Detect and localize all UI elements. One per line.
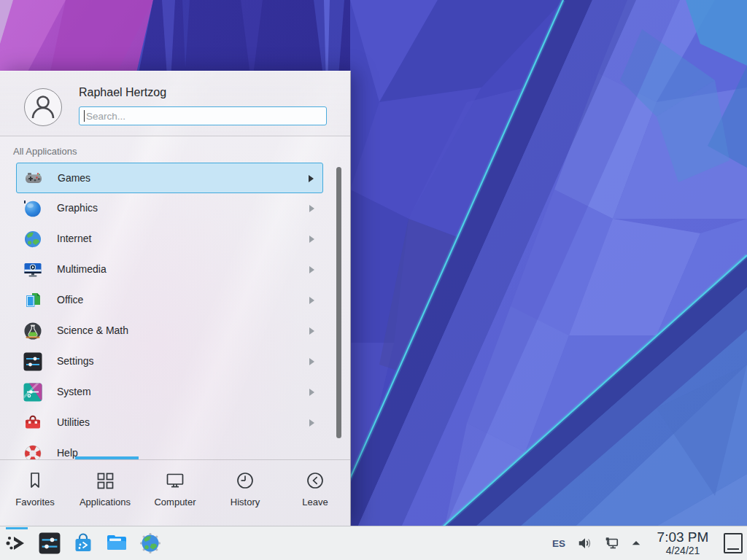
category-row-science[interactable]: Science & Math <box>16 316 323 346</box>
launcher-active-indicator <box>6 527 28 529</box>
category-label: Settings <box>57 355 94 367</box>
application-launcher-button[interactable] <box>4 532 28 555</box>
submenu-arrow-icon <box>309 175 314 182</box>
application-launcher-panel: Raphael Hertzog All Applications Games <box>0 71 351 526</box>
category-row-games[interactable]: Games <box>16 163 323 193</box>
expand-tray-icon[interactable] <box>630 535 643 551</box>
launcher-tab-bar: Favorites Applications Computer <box>0 460 350 526</box>
globe-icon <box>23 230 42 249</box>
submenu-arrow-icon <box>309 327 314 335</box>
category-label: Office <box>57 294 83 306</box>
system-tray: ES 7:03 PM 4/24/21 <box>546 526 743 560</box>
category-label: Internet <box>57 233 91 244</box>
category-label: Utilities <box>57 416 90 428</box>
toolbox-icon <box>23 413 42 432</box>
gamepad-icon <box>24 169 43 188</box>
leave-icon <box>304 470 326 491</box>
category-label: Multimedia <box>57 263 107 275</box>
search-field[interactable] <box>79 106 327 125</box>
system-settings-icon <box>39 532 61 554</box>
submenu-arrow-icon <box>309 389 314 396</box>
sphere-icon <box>23 199 42 218</box>
clock-date: 4/24/21 <box>651 545 715 556</box>
web-browser-icon <box>139 532 162 555</box>
submenu-arrow-icon <box>309 297 314 304</box>
taskbar-pinned-apps <box>4 526 172 560</box>
search-input[interactable] <box>80 107 326 125</box>
tab-label: History <box>231 497 260 508</box>
flask-icon <box>23 322 42 341</box>
category-label: Graphics <box>57 202 98 214</box>
submenu-arrow-icon <box>309 419 314 427</box>
show-desktop-glyph <box>727 548 739 550</box>
documents-icon <box>23 291 42 310</box>
tab-label: Computer <box>154 497 196 508</box>
tab-favorites[interactable]: Favorites <box>0 460 70 526</box>
submenu-arrow-icon <box>309 205 314 212</box>
section-label: All Applications <box>13 146 77 157</box>
computer-icon <box>164 470 186 491</box>
show-desktop-button[interactable] <box>724 533 743 553</box>
volume-icon[interactable] <box>577 535 593 551</box>
tabs-divider <box>0 459 350 460</box>
submenu-arrow-icon <box>309 266 314 273</box>
launcher-header: Raphael Hertzog <box>0 71 350 136</box>
clock-icon <box>234 470 256 491</box>
category-row-graphics[interactable]: Graphics <box>16 193 323 224</box>
category-row-multimedia[interactable]: Multimedia <box>16 254 323 285</box>
tab-label: Applications <box>80 497 131 508</box>
category-row-help[interactable]: Help <box>16 438 323 459</box>
discover-icon <box>71 532 95 555</box>
tab-history[interactable]: History <box>210 460 280 526</box>
file-manager-button[interactable] <box>105 532 128 555</box>
system-settings-button[interactable] <box>38 532 61 555</box>
submenu-arrow-icon <box>309 236 314 243</box>
tab-computer[interactable]: Computer <box>140 460 210 526</box>
monitor-play-icon <box>23 260 42 279</box>
keyboard-layout-indicator[interactable]: ES <box>552 538 565 549</box>
category-list: Games Graphics Internet <box>0 163 350 459</box>
sliders-icon <box>23 352 42 371</box>
category-row-office[interactable]: Office <box>16 285 323 316</box>
category-row-internet[interactable]: Internet <box>16 224 323 254</box>
tab-label: Favorites <box>15 497 54 508</box>
clock-time: 7:03 PM <box>651 530 715 545</box>
digital-clock[interactable]: 7:03 PM 4/24/21 <box>651 530 715 556</box>
user-avatar[interactable] <box>24 88 62 126</box>
user-icon <box>25 89 61 125</box>
file-manager-icon <box>105 532 128 555</box>
user-name: Raphael Hertzog <box>79 86 166 99</box>
list-scrollbar[interactable] <box>336 167 341 438</box>
kde-launcher-icon <box>4 532 28 555</box>
system-sliders-icon <box>23 383 42 402</box>
category-label: Games <box>58 172 90 184</box>
category-row-system[interactable]: System <box>16 377 323 408</box>
bookmark-icon <box>24 470 46 491</box>
web-browser-button[interactable] <box>139 532 162 555</box>
tab-leave[interactable]: Leave <box>280 460 350 526</box>
category-label: System <box>57 386 91 397</box>
category-label: Science & Math <box>57 324 128 336</box>
category-row-settings[interactable]: Settings <box>16 346 323 377</box>
tab-label: Leave <box>302 497 328 508</box>
taskbar: ES 7:03 PM 4/24/21 <box>0 526 747 560</box>
lifebuoy-icon <box>23 444 42 459</box>
category-row-utilities[interactable]: Utilities <box>16 408 323 438</box>
discover-button[interactable] <box>71 532 95 555</box>
wired-network-icon[interactable] <box>603 535 619 551</box>
tab-applications[interactable]: Applications <box>70 460 140 526</box>
grid-icon <box>94 470 116 491</box>
submenu-arrow-icon <box>309 358 314 365</box>
